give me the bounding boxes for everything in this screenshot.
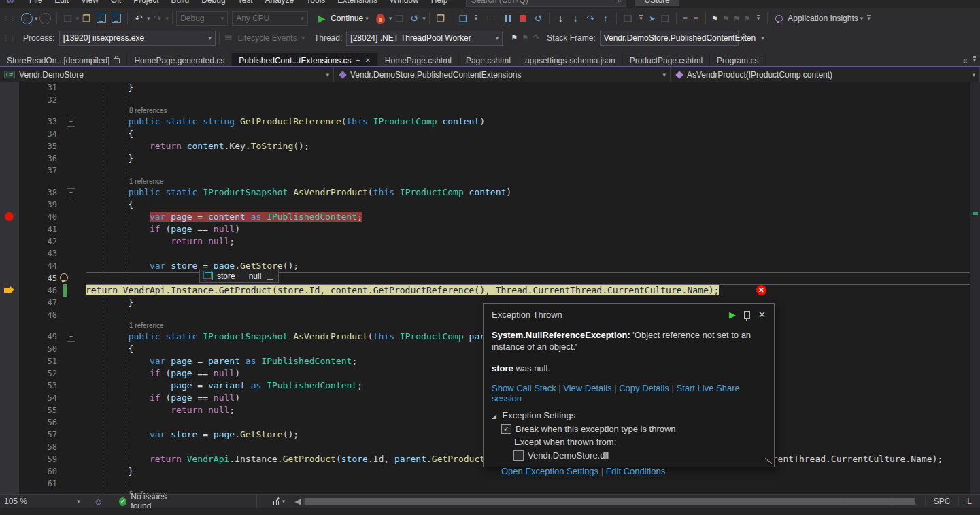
toolbar-overflow[interactable]: ▾ — [743, 34, 746, 41]
breakpoint-margin[interactable] — [0, 186, 19, 199]
breakpoint-margin[interactable] — [0, 297, 19, 309]
toolbar-overflow[interactable]: ▾ — [475, 15, 478, 22]
breakpoint-margin[interactable] — [0, 165, 19, 177]
output-window-button[interactable]: ≡ — [681, 11, 690, 26]
breakpoint-margin[interactable] — [0, 272, 19, 284]
menu-debug[interactable]: Debug — [195, 0, 231, 7]
menu-extensions[interactable]: Extensions — [331, 0, 384, 7]
code-editor[interactable]: 31 }328 references33− public static stri… — [0, 82, 980, 494]
breakpoint-margin[interactable] — [0, 355, 19, 367]
menu-help[interactable]: Help — [425, 0, 454, 7]
continue-execution-icon[interactable]: ▶ — [729, 310, 736, 320]
tab-storereadon-decompiled[interactable]: StoreReadOn...[decompiled] — [0, 53, 127, 67]
breakpoint-margin[interactable] — [0, 380, 19, 392]
breakpoint-margin[interactable] — [0, 284, 19, 297]
restart-button[interactable]: ↺ — [407, 11, 421, 26]
code-cleanup-dropdown[interactable]: ▾ — [282, 498, 286, 505]
breakpoint-margin[interactable] — [0, 152, 19, 165]
breakpoint-margin[interactable] — [0, 94, 19, 106]
breakpoint-margin[interactable] — [0, 478, 19, 490]
search-input[interactable]: Search (Ctrl+Q) ⌕ — [466, 0, 626, 7]
breakpoint-margin[interactable] — [0, 235, 19, 248]
redo-button[interactable]: ↷ — [151, 11, 165, 26]
tab-publishedcontentextensions[interactable]: PublishedCont...tExtensions.cs + ✕ — [232, 53, 378, 67]
process-dropdown[interactable]: [13920] iisexpress.exe▾ — [59, 31, 216, 46]
flag-threads-button[interactable]: ⚑ — [509, 31, 519, 46]
breakpoint-margin[interactable] — [0, 128, 19, 140]
next-bookmark-button[interactable]: ⚑ — [732, 11, 741, 26]
redo-dropdown[interactable]: ▾ — [166, 15, 169, 22]
application-insights-button[interactable]: Application Insights — [788, 14, 858, 23]
undo-dropdown[interactable]: ▾ — [147, 15, 150, 22]
tab-productpage-cshtml[interactable]: ProductPage.cshtml — [623, 53, 710, 67]
pin-popup-icon[interactable] — [744, 311, 750, 319]
toolbar-overflow[interactable]: ▾ — [867, 15, 871, 22]
module-exclusion-checkbox[interactable]: ✓ — [513, 450, 524, 461]
find-in-files-button[interactable]: ❐ — [434, 11, 447, 26]
show-call-stack-link[interactable]: Show Call Stack — [492, 383, 556, 393]
breakpoint-margin[interactable] — [0, 260, 19, 272]
menu-analyze[interactable]: Analyze — [259, 0, 301, 7]
fold-collapse-icon[interactable]: − — [67, 188, 75, 197]
restart-debugging-button[interactable]: ↺ — [531, 11, 545, 26]
datatip-pin-icon[interactable] — [267, 273, 273, 280]
restart-dropdown[interactable]: ▾ — [422, 15, 426, 22]
tab-homepage-cshtml[interactable]: HomePage.cshtml — [378, 53, 459, 67]
toolbar-grip[interactable]: ⋮⋮ — [3, 35, 16, 41]
menu-file[interactable]: File — [23, 0, 48, 7]
breakpoint-margin[interactable] — [0, 211, 19, 223]
vertical-scrollbar[interactable] — [970, 82, 980, 494]
hot-reload-button[interactable] — [374, 11, 388, 26]
stop-debugging-button[interactable] — [516, 11, 530, 26]
new-project-button[interactable]: ❏ — [61, 11, 75, 26]
menu-view[interactable]: View — [75, 0, 105, 7]
breakpoint-margin[interactable] — [0, 441, 19, 453]
breakpoint-margin[interactable] — [0, 465, 19, 478]
tab-page-cshtml[interactable]: Page.cshtml — [459, 53, 518, 67]
breakpoint-margin[interactable] — [0, 140, 19, 152]
breakpoint-margin[interactable] — [0, 223, 19, 235]
menu-tools[interactable]: Tools — [300, 0, 331, 7]
immediate-window-button[interactable]: ≡ — [692, 11, 701, 26]
breakpoint-margin[interactable] — [0, 416, 19, 429]
menu-window[interactable]: Window — [384, 0, 425, 7]
show-flagged-threads-button[interactable]: ⚑ — [520, 31, 530, 46]
step-out-button[interactable]: ↑ — [598, 11, 612, 26]
horizontal-scrollbar[interactable] — [303, 498, 841, 505]
continue-dropdown[interactable]: ▾ — [365, 15, 369, 22]
breakpoint-margin[interactable] — [0, 404, 19, 416]
toggle-suspended-threads-button[interactable]: ↷ — [531, 31, 541, 46]
breakpoint-margin[interactable] — [0, 248, 19, 260]
breakpoint-margin[interactable] — [0, 321, 19, 331]
toggle-bookmark-button[interactable]: ⚑ — [710, 11, 720, 26]
live-share-icon[interactable]: ☺ — [94, 497, 103, 507]
break-when-thrown-checkbox[interactable]: ✓ — [501, 424, 511, 434]
breakpoint-margin[interactable] — [0, 429, 19, 441]
continue-button[interactable]: Continue — [331, 14, 363, 23]
close-tab-icon[interactable]: ✕ — [365, 56, 370, 64]
breakpoint-margin[interactable] — [0, 82, 19, 94]
configuration-dropdown[interactable]: Debug▾ — [176, 11, 228, 26]
previous-bookmark-button[interactable]: ⚑ — [721, 11, 730, 26]
navigate-back-button[interactable]: ← — [20, 11, 33, 26]
toolbar-grip[interactable]: ⋮⋮ — [3, 15, 16, 22]
exception-error-icon[interactable]: ✕ — [756, 285, 766, 295]
breakpoint-margin[interactable] — [0, 116, 19, 128]
indentation-indicator[interactable]: SPC — [925, 497, 959, 506]
exception-settings-header[interactable]: Exception Settings — [503, 410, 576, 420]
save-button[interactable] — [95, 11, 108, 26]
menu-edit[interactable]: Edit — [48, 0, 75, 7]
application-insights-dropdown[interactable]: ▾ — [860, 15, 864, 22]
solution-explorer-button[interactable]: ❏ — [456, 11, 470, 26]
eol-indicator[interactable]: L — [958, 497, 980, 506]
fold-collapse-icon[interactable]: − — [67, 333, 75, 342]
toolbar-overflow[interactable]: ▾ — [757, 15, 760, 22]
thread-dropdown[interactable]: [28024] .NET ThreadPool Worker▾ — [346, 31, 503, 46]
menu-build[interactable]: Build — [165, 0, 196, 7]
hot-reload-dropdown[interactable]: ▾ — [389, 15, 392, 22]
break-all-button[interactable] — [501, 11, 515, 26]
step-into-button[interactable]: ↓ — [569, 11, 582, 26]
project-dropdown[interactable]: C# Vendr.DemoStore ▾ — [0, 67, 334, 82]
copy-details-link[interactable]: Copy Details — [619, 383, 669, 393]
toolbar-grip[interactable]: ⋮⋮ — [484, 15, 498, 22]
